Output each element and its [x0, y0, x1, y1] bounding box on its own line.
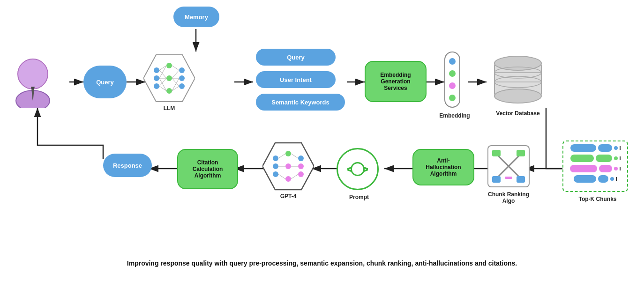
svg-point-62 [298, 155, 304, 161]
svg-rect-52 [492, 176, 501, 183]
svg-marker-17 [31, 87, 35, 89]
embedding-pill [444, 52, 460, 108]
topk-bar-green-1 [570, 155, 594, 162]
embedding-gen-label: Embedding Generation Services [380, 72, 411, 91]
svg-point-58 [273, 171, 278, 177]
chunk-ranking-label: Chunk Ranking Algo [487, 191, 531, 204]
svg-point-21 [154, 83, 159, 89]
vector-db-label: Vector Database [487, 110, 548, 117]
topk-bar-green-2 [596, 155, 612, 162]
topk-bar-blue-2 [598, 144, 612, 152]
pill-dot-2 [449, 70, 456, 77]
topk-dot-4 [610, 177, 614, 181]
query-tag: Query [256, 49, 336, 66]
topk-chunks-node [562, 141, 628, 192]
svg-point-27 [179, 83, 185, 89]
svg-point-25 [179, 67, 185, 73]
topk-row-3 [570, 165, 621, 172]
topk-line-3 [620, 167, 621, 170]
llm-node: LLM [143, 52, 195, 104]
pill-dot-4 [449, 95, 456, 101]
topk-row-2 [570, 155, 621, 162]
diagram-container: Query Memory [0, 0, 644, 272]
avatar [9, 56, 56, 108]
topk-row-4 [574, 175, 617, 183]
arrows-svg [0, 0, 644, 272]
svg-point-57 [273, 163, 278, 169]
svg-rect-50 [492, 150, 501, 156]
anti-halluc-node: Anti- Hallucination Algorithm [412, 149, 474, 185]
chunk-ranking-node [487, 145, 530, 187]
topk-dot-1 [614, 146, 618, 150]
svg-point-19 [154, 67, 159, 73]
citation-node: Citation Calculation Algorithm [177, 149, 238, 189]
topk-line-1 [620, 146, 621, 150]
svg-point-63 [298, 163, 304, 169]
topk-dot-2 [614, 156, 618, 160]
svg-point-42 [494, 56, 541, 70]
svg-point-24 [166, 88, 172, 94]
topk-bar-pink-1 [570, 165, 597, 172]
query-label: Query [96, 79, 114, 86]
svg-rect-54 [505, 177, 512, 179]
gpt4-label: GPT-4 [262, 193, 314, 200]
svg-point-23 [166, 75, 172, 81]
topk-label: Top-K Chunks [572, 196, 623, 202]
svg-point-59 [285, 151, 291, 156]
user-intent-tag: User Intent [256, 71, 336, 88]
vector-db-node: Vector Database [487, 47, 548, 110]
embedding-label: Embedding [436, 112, 473, 119]
topk-line-2 [620, 156, 621, 160]
response-node: Response [103, 154, 152, 177]
semantic-keywords-label: Semantic Keywords [271, 99, 329, 106]
svg-point-20 [154, 75, 159, 81]
svg-point-47 [494, 89, 541, 103]
anti-halluc-label: Anti- Hallucination Algorithm [426, 157, 461, 177]
prompt-label: Prompt [340, 194, 378, 200]
response-label: Response [113, 162, 142, 169]
topk-bar-pink-2 [599, 165, 612, 172]
embedding-gen-node: Embedding Generation Services [365, 61, 427, 102]
caption: Improving response quality with query pr… [127, 259, 517, 267]
svg-point-64 [298, 171, 304, 177]
memory-node: Memory [173, 7, 219, 27]
user-intent-label: User Intent [280, 76, 312, 83]
pill-dot-3 [449, 82, 456, 89]
topk-bar-blue-1 [570, 144, 596, 152]
memory-label: Memory [185, 14, 208, 21]
svg-point-14 [18, 59, 48, 89]
gpt4-node: GPT-4 [262, 141, 314, 192]
query-tag-label: Query [287, 54, 305, 61]
llm-label: LLM [143, 105, 195, 111]
topk-dot-3 [614, 167, 618, 170]
svg-point-22 [166, 63, 172, 68]
svg-rect-53 [517, 176, 525, 183]
topk-bar-blue-3 [574, 175, 596, 183]
prompt-inner-circle [351, 162, 365, 176]
citation-label: Citation Calculation Algorithm [193, 159, 223, 179]
svg-point-56 [273, 155, 278, 161]
svg-rect-51 [517, 150, 525, 156]
semantic-keywords-tag: Semantic Keywords [256, 94, 345, 111]
svg-point-61 [285, 176, 291, 182]
topk-bar-blue-4 [598, 175, 608, 183]
query-node: Query [83, 66, 127, 98]
pill-dot-1 [449, 58, 456, 65]
svg-point-60 [285, 163, 291, 169]
svg-point-26 [179, 75, 185, 81]
topk-line-4 [616, 177, 617, 181]
topk-row-1 [570, 144, 621, 152]
